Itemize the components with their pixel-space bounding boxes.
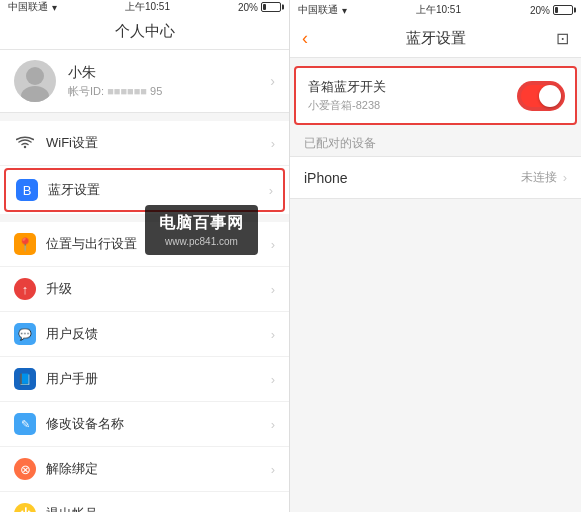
paired-section-label: 已配对的设备 [290, 125, 581, 156]
bt-switch-subtitle: 小爱音箱-8238 [308, 98, 519, 113]
svg-point-0 [26, 67, 44, 85]
user-id: 帐号ID: ■■■■■■ 95 [68, 84, 270, 99]
manual-chevron: › [271, 372, 275, 387]
user-row-chevron: › [270, 73, 275, 89]
toggle-knob [539, 85, 561, 107]
right-battery-icon [553, 5, 573, 15]
left-header: 个人中心 [0, 14, 289, 50]
menu-label-manual: 用户手册 [46, 370, 271, 388]
left-title: 个人中心 [115, 22, 175, 39]
menu-label-device-name: 修改设备名称 [46, 415, 271, 433]
save-icon[interactable]: ⊡ [556, 29, 569, 48]
unbind-chevron: › [271, 462, 275, 477]
menu-item-wifi[interactable]: WiFi设置 › [0, 121, 289, 166]
avatar [14, 60, 56, 102]
right-header: ‹ 蓝牙设置 ⊡ [290, 20, 581, 58]
bluetooth-icon: B [16, 179, 38, 201]
logout-chevron: › [271, 507, 275, 513]
menu-label-bluetooth: 蓝牙设置 [48, 181, 269, 199]
menu-label-feedback: 用户反馈 [46, 325, 271, 343]
menu-item-device-name[interactable]: ✎ 修改设备名称 › [0, 402, 289, 447]
device-name: iPhone [304, 170, 521, 186]
bluetooth-chevron: › [269, 183, 273, 198]
bt-switch-info: 音箱蓝牙开关 小爱音箱-8238 [308, 78, 519, 113]
menu-section-2: 📍 位置与出行设置 › ↑ 升级 › 💬 用户反馈 › 📘 用户手册 › ✎ [0, 222, 289, 512]
menu-item-bluetooth[interactable]: B 蓝牙设置 › [4, 168, 285, 212]
device-name-chevron: › [271, 417, 275, 432]
svg-point-1 [21, 86, 49, 102]
right-status-bar: 中国联通 ▾ 上午10:51 20% [290, 0, 581, 20]
right-wifi-icon: ▾ [342, 5, 347, 16]
bt-switch-title: 音箱蓝牙开关 [308, 78, 519, 96]
menu-label-upgrade: 升级 [46, 280, 271, 298]
upgrade-chevron: › [271, 282, 275, 297]
left-panel: 中国联通 ▾ 上午10:51 20% 个人中心 [0, 0, 290, 512]
right-title: 蓝牙设置 [316, 29, 556, 48]
menu-item-manual[interactable]: 📘 用户手册 › [0, 357, 289, 402]
wifi-icon [14, 132, 36, 154]
menu-item-upgrade[interactable]: ↑ 升级 › [0, 267, 289, 312]
menu-label-location: 位置与出行设置 [46, 235, 271, 253]
manual-icon: 📘 [14, 368, 36, 390]
left-wifi-icon: ▾ [52, 2, 57, 13]
menu-item-unbind[interactable]: ⊗ 解除绑定 › [0, 447, 289, 492]
menu-item-feedback[interactable]: 💬 用户反馈 › [0, 312, 289, 357]
menu-label-wifi: WiFi设置 [46, 134, 271, 152]
device-status: 未连接 [521, 169, 557, 186]
right-carrier: 中国联通 [298, 3, 338, 17]
right-panel: 中国联通 ▾ 上午10:51 20% ‹ 蓝牙设置 ⊡ 音箱蓝牙开关 小爱音箱-… [290, 0, 581, 512]
left-status-bar: 中国联通 ▾ 上午10:51 20% [0, 0, 289, 14]
bluetooth-switch-row: 音箱蓝牙开关 小爱音箱-8238 [294, 66, 577, 125]
feedback-icon: 💬 [14, 323, 36, 345]
right-battery-pct: 20% [530, 5, 550, 16]
menu-label-unbind: 解除绑定 [46, 460, 271, 478]
left-time: 上午10:51 [125, 0, 170, 14]
user-name: 小朱 [68, 64, 270, 82]
bluetooth-toggle[interactable] [519, 83, 563, 109]
feedback-chevron: › [271, 327, 275, 342]
left-battery-pct: 20% [238, 2, 258, 13]
wifi-chevron: › [271, 136, 275, 151]
menu-item-location[interactable]: 📍 位置与出行设置 › [0, 222, 289, 267]
device-name-icon: ✎ [14, 413, 36, 435]
upgrade-icon: ↑ [14, 278, 36, 300]
back-button[interactable]: ‹ [302, 28, 308, 49]
location-icon: 📍 [14, 233, 36, 255]
left-carrier: 中国联通 [8, 0, 48, 14]
user-info: 小朱 帐号ID: ■■■■■■ 95 [68, 64, 270, 99]
unbind-icon: ⊗ [14, 458, 36, 480]
user-row[interactable]: 小朱 帐号ID: ■■■■■■ 95 › [0, 50, 289, 113]
device-chevron: › [563, 170, 567, 185]
right-time: 上午10:51 [416, 3, 461, 17]
menu-label-logout: 退出帐号 [46, 505, 271, 512]
menu-section-1: WiFi设置 › B 蓝牙设置 › [0, 121, 289, 214]
menu-item-logout[interactable]: ⏻ 退出帐号 › [0, 492, 289, 512]
app-container: 中国联通 ▾ 上午10:51 20% 个人中心 [0, 0, 581, 512]
logout-icon: ⏻ [14, 503, 36, 512]
device-row[interactable]: iPhone 未连接 › [290, 156, 581, 199]
left-battery-icon [261, 2, 281, 12]
location-chevron: › [271, 237, 275, 252]
